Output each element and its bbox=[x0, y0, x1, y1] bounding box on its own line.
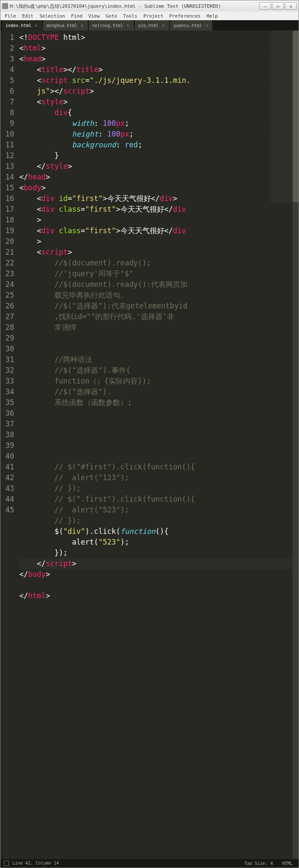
menu-preferences[interactable]: Preferences bbox=[167, 12, 203, 20]
menu-edit[interactable]: Edit bbox=[20, 12, 36, 20]
code-line[interactable] bbox=[19, 344, 299, 354]
tab-close-icon[interactable]: × bbox=[80, 23, 85, 28]
close-button[interactable]: ✕ bbox=[285, 2, 297, 10]
line-number: 13 bbox=[0, 161, 14, 172]
tab-yuansu-html[interactable]: yuansu.html× bbox=[170, 20, 212, 30]
code-line[interactable]: <script> bbox=[19, 247, 299, 258]
code-line[interactable]: <style> bbox=[19, 97, 299, 107]
code-line[interactable]: <html> bbox=[19, 43, 299, 54]
status-tab-size[interactable]: Tab Size: 4 bbox=[242, 861, 275, 866]
code-line[interactable]: > bbox=[19, 215, 299, 225]
line-number: 11 bbox=[0, 140, 14, 150]
code-line[interactable]: </html> bbox=[19, 591, 299, 601]
code-line[interactable]: <div id="first">今天天气很好</div> bbox=[19, 193, 299, 204]
code-area[interactable]: <!DOCTYPE html><html><head> <title></tit… bbox=[18, 30, 299, 859]
maximize-button[interactable]: ▭ bbox=[272, 2, 284, 10]
tab-close-icon[interactable]: × bbox=[126, 23, 130, 28]
code-line[interactable]: //$("选择器"). bbox=[19, 387, 299, 397]
tab-xzq-html[interactable]: xzq.html× bbox=[135, 20, 169, 30]
line-number: 28 bbox=[0, 322, 14, 333]
menu-view[interactable]: View bbox=[86, 12, 103, 20]
code-line[interactable] bbox=[19, 440, 299, 451]
tab-close-icon[interactable]: × bbox=[205, 23, 209, 28]
minimap[interactable] bbox=[270, 30, 292, 202]
status-syntax[interactable]: HTML bbox=[280, 861, 295, 866]
line-number: 15 bbox=[0, 183, 14, 193]
code-line[interactable]: height: 100px; bbox=[19, 129, 299, 140]
code-line[interactable]: js"></script> bbox=[19, 86, 299, 97]
code-line[interactable]: </script> bbox=[19, 558, 299, 569]
code-line[interactable] bbox=[19, 580, 299, 591]
code-line[interactable]: div{ bbox=[19, 107, 299, 118]
menu-find[interactable]: Find bbox=[69, 12, 85, 20]
menu-file[interactable]: File bbox=[2, 12, 19, 20]
code-line[interactable] bbox=[19, 333, 299, 344]
code-line[interactable] bbox=[19, 419, 299, 429]
code-line[interactable]: //两种语法 bbox=[19, 354, 299, 365]
scrollbar-thumb[interactable] bbox=[293, 30, 299, 202]
code-line[interactable]: width: 100px; bbox=[19, 118, 299, 129]
status-line-col[interactable]: Line 42, Column 14 bbox=[12, 861, 59, 866]
tab-donghua-html[interactable]: donghua.html× bbox=[43, 20, 88, 30]
code-line[interactable]: // }); bbox=[19, 515, 299, 526]
vertical-scrollbar[interactable] bbox=[293, 30, 299, 859]
code-line[interactable]: //'jquery'同等于"$" bbox=[19, 268, 299, 279]
code-line[interactable]: </style> bbox=[19, 161, 299, 172]
titlebar[interactable]: H:\我的u盘\php\总结\20170104\jquery\index.htm… bbox=[0, 0, 299, 12]
code-line[interactable]: 载完毕再执行此语句。 bbox=[19, 290, 299, 301]
code-line[interactable]: <title></title> bbox=[19, 64, 299, 75]
line-number: 33 bbox=[0, 376, 14, 387]
line-number: 5 bbox=[0, 75, 14, 86]
menu-tools[interactable]: Tools bbox=[121, 12, 140, 20]
code-line[interactable]: background: red; bbox=[19, 140, 299, 150]
code-line[interactable]: > bbox=[19, 236, 299, 247]
status-icon[interactable] bbox=[4, 861, 9, 866]
line-number: 24 bbox=[0, 279, 14, 290]
line-number: 7 bbox=[0, 97, 14, 107]
line-number: 3 bbox=[0, 54, 14, 64]
code-line[interactable]: //$(document).ready(); bbox=[19, 258, 299, 268]
code-line[interactable] bbox=[19, 451, 299, 462]
code-line[interactable]: 系统函数（函数参数）; bbox=[19, 397, 299, 408]
code-line[interactable]: </body> bbox=[19, 569, 299, 580]
tab-neirong-html[interactable]: neirong.html× bbox=[89, 20, 134, 30]
menu-goto[interactable]: Goto bbox=[103, 12, 120, 20]
menu-selection[interactable]: Selection bbox=[37, 12, 68, 20]
code-line[interactable]: alert("523"); bbox=[19, 537, 299, 548]
code-line[interactable]: <!DOCTYPE html> bbox=[19, 32, 299, 43]
line-number: 1 bbox=[0, 32, 14, 43]
code-line[interactable]: </head> bbox=[19, 172, 299, 183]
line-number: 9 bbox=[0, 118, 14, 129]
code-line[interactable]: //$("选择器"):代表getelementbyid bbox=[19, 301, 299, 311]
code-line[interactable]: ,找到id=""的那行代码.'选择器'非 bbox=[19, 311, 299, 322]
minimize-button[interactable]: — bbox=[259, 2, 271, 10]
code-line[interactable]: // alert("123"); bbox=[19, 472, 299, 483]
code-line[interactable]: // }); bbox=[19, 483, 299, 494]
code-line[interactable]: 常强悍 bbox=[19, 322, 299, 333]
code-line[interactable]: //$("选择器").事件( bbox=[19, 365, 299, 376]
code-line[interactable]: //$(document).ready():代表网页加 bbox=[19, 279, 299, 290]
code-line[interactable]: // $("#first").click(function(){ bbox=[19, 462, 299, 472]
tab-close-icon[interactable]: × bbox=[161, 23, 166, 28]
menu-project[interactable]: Project bbox=[141, 12, 166, 20]
line-number: 8 bbox=[0, 107, 14, 118]
tab-index-html[interactable]: index.html× bbox=[2, 20, 42, 30]
line-number: 29 bbox=[0, 333, 14, 344]
code-line[interactable] bbox=[19, 408, 299, 419]
code-line[interactable]: <script src="./js/jquery-3.1.1.min. bbox=[19, 75, 299, 86]
code-line[interactable]: // $(".first").click(function(){ bbox=[19, 494, 299, 505]
code-line[interactable]: <head> bbox=[19, 54, 299, 64]
code-line[interactable]: } bbox=[19, 150, 299, 161]
code-line[interactable]: // alert("523"); bbox=[19, 505, 299, 515]
code-line[interactable]: <div class="first">今天天气很好</div bbox=[19, 204, 299, 215]
menu-help[interactable]: Help bbox=[204, 12, 220, 20]
code-line[interactable]: <body> bbox=[19, 183, 299, 193]
code-line[interactable]: $("div").click(function(){ bbox=[19, 526, 299, 537]
line-number: 26 bbox=[0, 301, 14, 311]
code-line[interactable] bbox=[19, 429, 299, 440]
code-line[interactable]: <div class="first">今天天气很好</div bbox=[19, 225, 299, 236]
tab-close-icon[interactable]: × bbox=[34, 23, 39, 28]
code-line[interactable]: function（）{实际内容}); bbox=[19, 376, 299, 387]
tab-label: yuansu.html bbox=[173, 23, 202, 28]
code-line[interactable]: }); bbox=[19, 548, 299, 558]
